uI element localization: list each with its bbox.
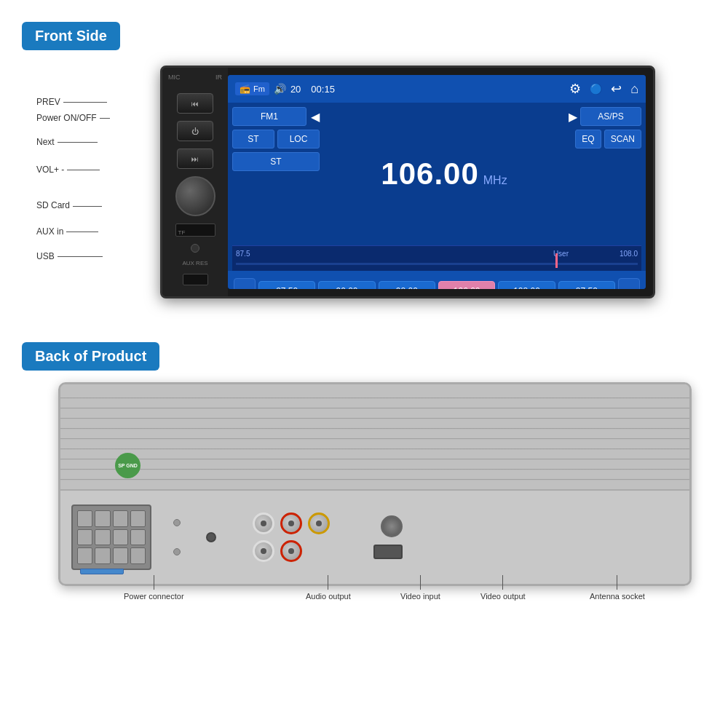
antenna-socket [381, 515, 403, 537]
prev-track-icon[interactable]: ◀ [311, 110, 320, 124]
rca-red-1 [280, 513, 302, 534]
next-button[interactable]: ⏭ [177, 149, 213, 169]
asps-row: ▶ AS/PS [569, 107, 641, 126]
st-loc-row: ST LOC [232, 130, 320, 149]
power-annotation: Power ON/OFF [36, 111, 110, 127]
ribbon-cable [80, 569, 124, 574]
prev-button[interactable]: ⏮ [177, 93, 213, 114]
tuner-needle [555, 253, 558, 268]
back-bottom [60, 489, 689, 584]
radio-left-panel: MIC IR ⏮ ⏻ ⏭ TF AUX RES [162, 68, 228, 296]
freq-big: 106.00 [381, 157, 478, 191]
radio-unit: MIC IR ⏮ ⏻ ⏭ TF AUX RES 📻 Fm � [160, 66, 655, 298]
video-output-label: Video output [480, 575, 526, 601]
freq-btn-6[interactable]: 87.50 [558, 281, 615, 290]
screen-left-panel: FM1 ◀ ST LOC ST [232, 107, 320, 241]
power-connector-label: Power connector [124, 575, 184, 601]
radio-screen: 📻 Fm 🔊 20 00:15 ⚙ 🔵 ↩ ⌂ [228, 75, 646, 289]
rca-row-top [253, 513, 330, 534]
eq-button[interactable]: EQ [575, 130, 601, 149]
green-sticker: SP GND [115, 453, 141, 478]
tuner-track [236, 263, 638, 265]
rca-white-1 [253, 513, 274, 534]
st2-button[interactable]: ST [232, 152, 320, 171]
home-icon[interactable]: ⌂ [630, 82, 638, 97]
power-connector [71, 505, 151, 570]
freq-value-container: 106.00 MHz [381, 157, 507, 191]
screen-topbar: 📻 Fm 🔊 20 00:15 ⚙ 🔵 ↩ ⌂ [228, 75, 646, 103]
scan-button[interactable]: SCAN [604, 130, 641, 149]
small-audio-jack [206, 532, 216, 542]
freq-btn-4-active[interactable]: 106.00 [438, 281, 495, 290]
loc-button[interactable]: LOC [277, 130, 320, 149]
next-track-icon[interactable]: ▶ [569, 110, 577, 124]
freq-btn-1[interactable]: 87.50 [258, 281, 315, 290]
fm-icon: 📻 Fm [235, 82, 269, 95]
prev-annotation: PREV [36, 95, 110, 111]
screen-right-panel: ▶ AS/PS EQ SCAN [569, 107, 641, 241]
topbar-right: ⚙ 🔵 ↩ ⌂ [569, 81, 638, 97]
settings-icon[interactable]: ⚙ [569, 81, 581, 97]
small-jack-area [206, 532, 216, 542]
topbar-left: 📻 Fm 🔊 20 00:15 [235, 82, 335, 95]
fm1-row: FM1 ◀ [232, 107, 320, 126]
video-input-label: Video input [400, 575, 440, 601]
bluetooth-icon[interactable]: 🔵 [590, 83, 602, 95]
asps-button[interactable]: AS/PS [580, 107, 641, 126]
vol-annotation: VOL+ - [36, 162, 110, 178]
freq-unit: MHz [483, 174, 507, 187]
back-label: Back of Product [22, 342, 159, 371]
power-connector-area [71, 505, 151, 570]
fm1-button[interactable]: FM1 [232, 107, 306, 126]
antenna-socket-label: Antenna socket [590, 575, 645, 601]
usb-annotation: USB [36, 249, 110, 265]
volume-knob[interactable] [175, 176, 215, 216]
heatsink [60, 384, 689, 501]
rca-white-2 [253, 540, 274, 562]
back-unit: SP GND [58, 382, 692, 586]
screen-main: FM1 ◀ ST LOC ST 106.00 MHz [228, 103, 646, 245]
st-button[interactable]: ST [232, 130, 274, 149]
aux-jack[interactable] [191, 244, 199, 253]
freq-bar: ‹ 87.50 90.00 98.00 106.00 108.00 87.50 … [228, 271, 646, 289]
rca-yellow [308, 513, 330, 534]
sd-annotation: SD Card [36, 198, 110, 214]
eq-scan-row: EQ SCAN [575, 130, 641, 149]
power-button[interactable]: ⏻ [177, 121, 213, 141]
freq-btn-3[interactable]: 98.00 [379, 281, 435, 290]
screw-holes [173, 508, 181, 566]
freq-display: 106.00 MHz [324, 107, 564, 241]
rca-red-2 [280, 540, 302, 562]
freq-scale-right: 108.0 [620, 250, 638, 258]
next-annotation: Next [36, 135, 110, 151]
back-icon[interactable]: ↩ [611, 81, 622, 97]
front-label: Front Side [22, 22, 120, 50]
freq-btn-5[interactable]: 108.00 [498, 281, 555, 290]
audio-output-label: Audio output [306, 575, 351, 601]
ir-label: IR [215, 74, 222, 81]
freq-prev-button[interactable]: ‹ [234, 278, 256, 290]
freq-scale-left: 87.5 [236, 250, 250, 258]
front-annotations: PREV Power ON/OFF Next VOL+ - SD Card AU… [36, 95, 110, 264]
usb-port[interactable] [183, 274, 208, 285]
tuner-bar: 87.5 User 108.0 [232, 245, 641, 271]
mic-label: MIC [168, 74, 181, 81]
sd-card-slot[interactable]: TF [175, 223, 215, 237]
aux-label: AUX RES [182, 260, 207, 266]
aux-annotation: AUX in [36, 224, 110, 240]
rca-area [253, 513, 330, 562]
usb-slot [373, 545, 403, 559]
freq-btn-2[interactable]: 90.00 [318, 281, 375, 290]
rca-row-bottom [253, 540, 330, 562]
freq-next-button[interactable]: › [618, 278, 640, 290]
antenna-area [366, 515, 403, 559]
